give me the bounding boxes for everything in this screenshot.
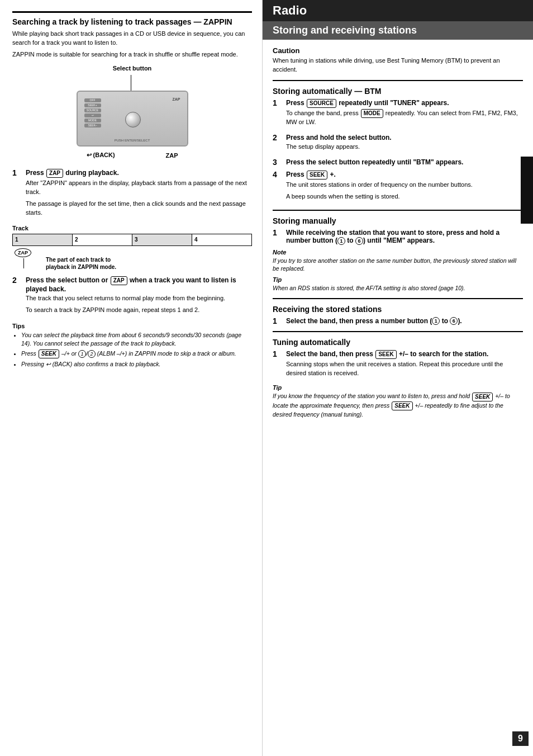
- rule-1: [273, 80, 523, 81]
- tips-list: You can select the playback time from ab…: [12, 331, 252, 368]
- step-1-body: After "ZAPPIN" appears in the display, p…: [26, 179, 252, 197]
- tuning-step-1-num: 1: [273, 349, 284, 358]
- tip-1: You can select the playback time from ab…: [21, 331, 252, 347]
- btm-section: Storing automatically — BTM 1 Press SOUR…: [273, 87, 523, 204]
- tuning-step-1: 1 Select the band, then press SEEK +/– t…: [273, 350, 523, 381]
- rule-2: [273, 210, 523, 211]
- step-1-head: Press ZAP during playback.: [26, 169, 119, 177]
- select-button-label: Select button: [12, 65, 252, 72]
- btm-step-2-body: The setup display appears.: [286, 143, 523, 152]
- left-section-title: Searching a track by listening to track …: [12, 17, 252, 26]
- btm-step-3-head: Press the select button repeatedly until…: [286, 158, 463, 166]
- receiving-step-1: 1 Select the band, then press a number b…: [273, 317, 523, 325]
- btm-step-1: 1 Press SOURCE repeatedly until "TUNER" …: [273, 99, 523, 130]
- storing-manually-title: Storing manually: [273, 216, 523, 225]
- track-label: Track: [12, 225, 252, 231]
- seek-btn-tip: SEEK: [39, 349, 59, 358]
- step-2-body1: The track that you select returns to nor…: [26, 294, 252, 303]
- zap-btn-label: ZAP: [46, 169, 63, 178]
- step-1: 1 Press ZAP during playback. After "ZAPP…: [12, 169, 252, 220]
- seek-btn-btm: SEEK: [307, 171, 327, 179]
- left-intro-2: ZAPPIN mode is suitable for searching fo…: [12, 50, 252, 59]
- device-image: OFF SEEK+ SOURCE ↩ MODE SEEK– ZAP PUSH E…: [77, 91, 188, 147]
- tuning-tip-head: Tip: [273, 384, 523, 391]
- arrow-line: [131, 75, 131, 91]
- step-2-number: 2: [12, 276, 23, 285]
- page: Searching a track by listening to track …: [0, 0, 533, 756]
- caution-section: Caution When tuning in stations while dr…: [273, 46, 523, 74]
- seek2-btn: SEEK–: [84, 124, 101, 127]
- caution-body: When tuning in stations while driving, u…: [273, 56, 523, 74]
- btm-step-4-num: 4: [273, 170, 284, 179]
- receiving-section: Receiving the stored stations 1 Select t…: [273, 305, 523, 325]
- num-6: 6: [355, 237, 363, 245]
- rule-3: [273, 298, 523, 299]
- track-seg-2: 2: [73, 234, 132, 245]
- page-number: 9: [512, 731, 529, 746]
- mode-btn-label: MODE: [361, 109, 383, 118]
- storing-manually-step-1: 1 While receiving the station that you w…: [273, 229, 523, 245]
- tips-head: Tips: [12, 323, 252, 329]
- btm-step-4-body1: The unit stores stations in order of fre…: [286, 181, 523, 190]
- rcv-1: 1: [432, 317, 440, 325]
- tuning-title: Tuning automatically: [273, 338, 523, 347]
- circle-1: 1: [78, 350, 86, 358]
- right-tab: [521, 157, 533, 224]
- storing-manually-tip: Tip When an RDS station is stored, the A…: [273, 276, 523, 292]
- step-2-content: Press the select button or ZAP when a tr…: [26, 276, 252, 318]
- storing-manually-step-1-num: 1: [273, 228, 284, 237]
- btm-title: Storing automatically — BTM: [273, 87, 523, 96]
- back-label: ↩ (BACK): [87, 152, 115, 159]
- tip-body: When an RDS station is stored, the AF/TA…: [273, 284, 523, 292]
- receiving-step-1-num: 1: [273, 316, 284, 325]
- track-caption: The part of each track toplayback in ZAP…: [46, 256, 116, 271]
- tuning-step-1-head: Select the band, then press SEEK +/– to …: [286, 350, 488, 358]
- step-1-body2: The passage is played for the set time, …: [26, 200, 252, 218]
- receiving-step-1-head: Select the band, then press a number but…: [286, 317, 462, 325]
- device-buttons: OFF SEEK+ SOURCE ↩ MODE SEEK–: [84, 98, 101, 127]
- storing-manually-note: Note If you try to store another station…: [273, 249, 523, 273]
- btm-step-2-content: Press and hold the select button. The se…: [286, 134, 523, 154]
- push-label: PUSH ENTER/SELECT: [115, 139, 150, 142]
- tip-3: Pressing ↩ (BACK) also confirms a track …: [21, 360, 252, 368]
- rule-4: [273, 331, 523, 332]
- btm-step-4-body2: A beep sounds when the setting is stored…: [286, 192, 523, 201]
- tip-2: Press SEEK –/+ or 1/2 (ALBM –/+) in ZAPP…: [21, 349, 252, 358]
- btm-step-1-head: Press SOURCE repeatedly until "TUNER" ap…: [286, 99, 449, 107]
- btm-step-4-content: Press SEEK +. The unit stores stations i…: [286, 171, 523, 204]
- btm-step-1-body: To change the band, press MODE repeatedl…: [286, 109, 523, 127]
- mode-btn: MODE: [84, 119, 101, 122]
- step-2-body2: To search a track by ZAPPIN mode again, …: [26, 306, 252, 315]
- source-btn: SOURCE: [84, 108, 101, 112]
- storing-header: Storing and receiving stations: [263, 21, 533, 40]
- left-column: Searching a track by listening to track …: [0, 0, 263, 756]
- seek-tip2: SEEK: [392, 401, 412, 410]
- right-column: Radio Storing and receiving stations Cau…: [263, 0, 533, 756]
- right-content: Caution When tuning in stations while dr…: [263, 46, 533, 419]
- back-btn: ↩: [84, 114, 101, 117]
- tips-section: Tips You can select the playback time fr…: [12, 323, 252, 368]
- storing-manually-step-1-head: While receiving the station that you wan…: [286, 229, 499, 244]
- btm-step-2-num: 2: [273, 133, 284, 142]
- circle-2: 2: [88, 350, 96, 358]
- btm-step-2-head: Press and hold the select button.: [286, 134, 392, 141]
- tuning-step-1-body: Scanning stops when the unit receives a …: [286, 360, 523, 378]
- seek-tip: SEEK: [472, 393, 493, 401]
- storing-manually-step-1-content: While receiving the station that you wan…: [286, 229, 523, 245]
- device-knob: [125, 112, 141, 127]
- step-1-number: 1: [12, 168, 23, 177]
- btm-step-2: 2 Press and hold the select button. The …: [273, 134, 523, 154]
- storing-manually-section: Storing manually 1 While receiving the s…: [273, 216, 523, 292]
- zap-arrow: [23, 258, 24, 268]
- zap-btn2: ZAP: [111, 276, 127, 285]
- btm-step-1-content: Press SOURCE repeatedly until "TUNER" ap…: [286, 99, 523, 130]
- zap-label: ZAP: [166, 152, 178, 159]
- btm-step-3-content: Press the select button repeatedly until…: [286, 158, 523, 166]
- step-2-head: Press the select button or ZAP when a tr…: [26, 276, 236, 293]
- tip-head: Tip: [273, 276, 523, 283]
- receiving-step-1-content: Select the band, then press a number but…: [286, 317, 523, 325]
- note-body: If you try to store another station on t…: [273, 257, 523, 273]
- source-btn-label: SOURCE: [307, 99, 336, 108]
- note-head: Note: [273, 249, 523, 256]
- btm-step-1-num: 1: [273, 98, 284, 107]
